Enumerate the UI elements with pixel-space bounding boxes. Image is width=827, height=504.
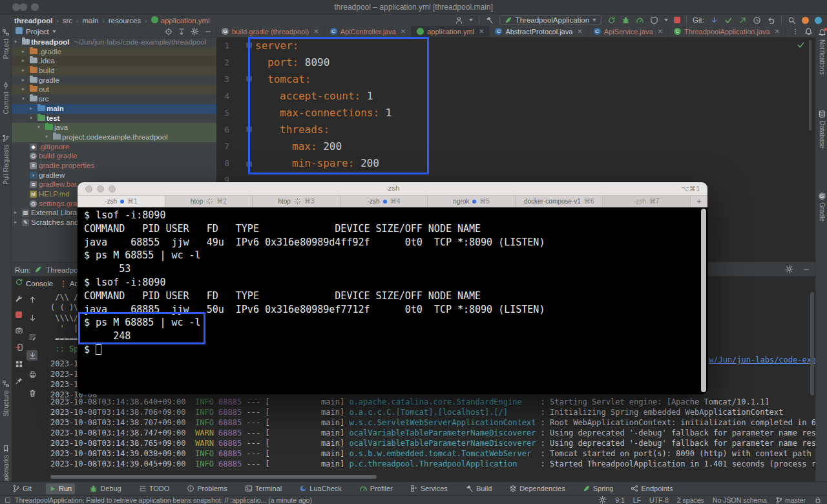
ide-update-badge[interactable]	[802, 17, 809, 24]
sidebar-item-notifications[interactable]: Notifications	[816, 28, 827, 74]
git-push-button[interactable]	[738, 16, 747, 25]
minimize-panel-icon[interactable]	[802, 264, 810, 276]
stop-button[interactable]	[16, 311, 22, 318]
editor-tab[interactable]: Gbuild.gradle (threadpool)✕	[216, 26, 325, 37]
sidebar-item-pull-requests[interactable]: Pull Requests	[0, 134, 12, 185]
options-button[interactable]	[191, 27, 199, 36]
chevron-down-icon[interactable]: ▾	[22, 94, 25, 104]
editor-tab[interactable]: application.yml✕	[412, 26, 490, 37]
collapse-all-button[interactable]	[178, 28, 185, 36]
detach-button[interactable]	[15, 343, 23, 352]
fold-marker-icon[interactable]	[246, 127, 252, 133]
status-json-schema[interactable]: No JSON schema	[713, 496, 767, 504]
profile-avatar[interactable]	[815, 17, 822, 24]
readonly-lock-icon[interactable]	[814, 496, 822, 504]
prev-occurrence-button[interactable]	[26, 294, 38, 304]
toolwindow-button-services[interactable]: Services	[407, 483, 451, 494]
inspections-ok-icon[interactable]	[797, 41, 805, 49]
toolwindow-button-profiler[interactable]: Profiler	[356, 483, 396, 494]
console-vscrollbar[interactable]	[810, 292, 814, 395]
chevron-right-icon[interactable]: ▸	[30, 104, 32, 114]
clear-console-button[interactable]	[26, 388, 38, 398]
terminal-tab[interactable]: ngrok⌘5	[428, 196, 516, 207]
tree-row[interactable]: ▾project.codeexample.threadpool	[12, 132, 216, 142]
fold-marker-icon[interactable]	[246, 160, 252, 167]
breadcrumb-item[interactable]: resources	[109, 17, 141, 25]
next-occurrence-button[interactable]	[26, 313, 38, 323]
more-options-icon[interactable]	[791, 28, 799, 36]
soft-wrap-button[interactable]	[26, 331, 38, 342]
breadcrumb-item[interactable]: main	[82, 17, 98, 25]
locate-file-button[interactable]	[165, 28, 173, 36]
sidebar-item-commit[interactable]: Commit	[0, 81, 12, 114]
chevron-down-icon[interactable]: ▾	[37, 123, 40, 132]
inspections-ok-icon[interactable]	[797, 40, 805, 52]
breadcrumb-item[interactable]: threadpool	[14, 17, 52, 25]
build-project-icon[interactable]	[485, 16, 494, 25]
sidebar-item-database[interactable]: Database	[816, 110, 827, 149]
print-button[interactable]	[26, 369, 38, 379]
coverage-button[interactable]	[650, 16, 658, 25]
chevron-right-icon[interactable]: ▸	[22, 76, 25, 85]
tree-row[interactable]: ▾test	[12, 114, 216, 123]
terminal-tab[interactable]: htop⌘2	[165, 196, 253, 207]
terminal-tab[interactable]: -zsh⌘1	[78, 196, 165, 207]
history-button[interactable]	[753, 16, 761, 25]
toolwindow-button-luacheck[interactable]: LuaCheck	[296, 483, 345, 494]
sidebar-item-structure[interactable]: Structure	[0, 380, 12, 417]
git-update-button[interactable]	[710, 16, 718, 25]
close-tab-icon[interactable]: ✕	[658, 28, 663, 35]
run-button[interactable]	[607, 16, 616, 25]
chevron-right-icon[interactable]: ▸	[22, 47, 25, 57]
toolwindow-button-endpoints[interactable]: Endpoints	[627, 483, 676, 494]
git-commit-button[interactable]	[724, 16, 733, 25]
console-file-link[interactable]: w/Jun/jun-labs/code-example,	[709, 355, 815, 364]
tree-row[interactable]: ▾threadpool~/Jun/jun-labs/code-example/t…	[12, 37, 216, 47]
background-tasks-icon[interactable]	[598, 496, 607, 504]
tree-row[interactable]: ≡gradle.properties	[12, 161, 216, 171]
stop-button[interactable]	[674, 17, 680, 23]
chevron-down-icon[interactable]: ▾	[14, 37, 17, 47]
editor-tab[interactable]: CAbstractProtocol.java✕	[490, 26, 588, 37]
close-tab-icon[interactable]: ✕	[577, 28, 582, 35]
breadcrumb-file[interactable]: application.yml	[161, 17, 210, 25]
close-tab-icon[interactable]: ✕	[479, 28, 484, 35]
editor-scrollbar[interactable]	[809, 40, 811, 131]
tree-row[interactable]: ▸gradle	[12, 76, 216, 85]
gear-icon[interactable]	[785, 264, 793, 276]
tree-row[interactable]: Gbuild.gradle	[12, 151, 216, 161]
scroll-to-end-button[interactable]	[26, 350, 38, 361]
status-indent-style[interactable]: 2 spaces	[677, 496, 704, 504]
toolwindow-button-terminal[interactable]: Terminal	[242, 483, 286, 494]
tree-row[interactable]: ▸main	[12, 104, 216, 114]
editor-tab[interactable]: CThreadpoolApplication.java✕	[669, 26, 786, 37]
new-terminal-tab-button[interactable]: +	[691, 196, 707, 207]
terminal-tab[interactable]: -zsh⌘7	[603, 196, 691, 207]
sidebar-item-project[interactable]: Project	[0, 28, 12, 59]
tree-row[interactable]: ▸build	[12, 66, 216, 76]
git-branch-widget[interactable]: master	[775, 496, 806, 504]
pin-tab-button[interactable]	[15, 377, 23, 385]
chevron-right-icon[interactable]: ▸	[22, 85, 25, 94]
run-tab-actuator[interactable]: ⋮Actuator	[59, 279, 78, 288]
fold-marker-icon[interactable]	[246, 43, 252, 49]
toolwindow-button-todo[interactable]: TODO	[136, 483, 173, 494]
tree-row[interactable]: ▾java	[12, 123, 216, 132]
fold-marker-icon[interactable]	[246, 76, 252, 83]
debug-button[interactable]	[622, 16, 630, 25]
terminal-window[interactable]: -zsh ⌥⌘1 -zsh⌘1htop⌘2htop⌘3-zsh⌘4ngrok⌘5…	[78, 182, 707, 394]
terminal-tab[interactable]: docker-compose-v1⌘6	[516, 196, 603, 207]
toolwindow-button-debug[interactable]: Debug	[86, 483, 124, 494]
run-tab-console[interactable]: Console	[26, 280, 53, 288]
sidebar-item-gradle[interactable]: GGradle	[816, 193, 827, 222]
terminal-tab[interactable]: -zsh⌘4	[340, 196, 428, 207]
tree-row[interactable]: ▸out	[12, 85, 216, 94]
editor-tab[interactable]: CApiController.java✕	[325, 26, 412, 37]
terminal-content[interactable]: $ lsof -i:8090COMMAND PID USER FD TYPE D…	[78, 207, 707, 394]
chevron-right-icon[interactable]: ▸	[14, 208, 17, 218]
chevron-right-icon[interactable]: ▸	[14, 218, 17, 227]
tree-row[interactable]: ▾src	[12, 94, 216, 104]
toolwindow-button-run[interactable]: Run	[46, 483, 75, 494]
terminal-scrollbar[interactable]	[701, 209, 706, 392]
terminal-tab[interactable]: htop⌘3	[253, 196, 340, 207]
